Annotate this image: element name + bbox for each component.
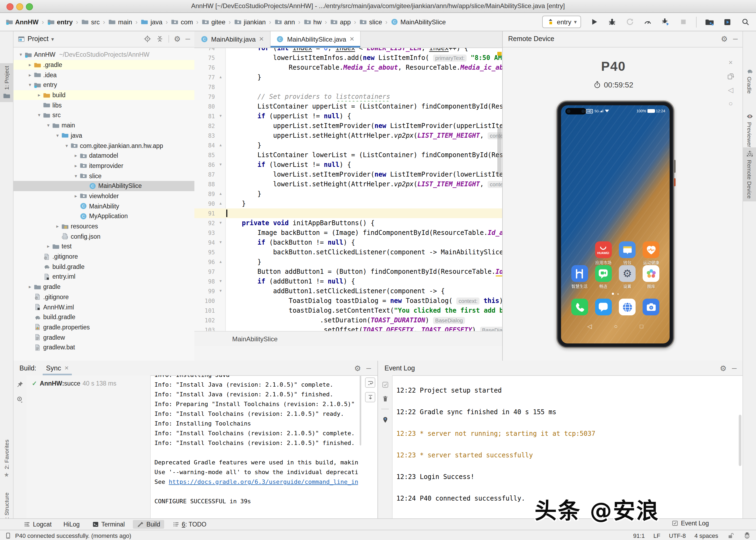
tree-item-.idea[interactable]: ▸.idea xyxy=(13,70,194,80)
breadcrumb-item-gitee[interactable]: gitee xyxy=(202,18,225,26)
app-icon-messages[interactable] xyxy=(595,299,612,315)
search-button[interactable] xyxy=(740,17,751,27)
tool-window-tab-1-project[interactable]: 1: Project xyxy=(0,63,13,102)
tool-window-tab-event-log[interactable]: Event Log xyxy=(671,519,709,527)
editor[interactable]: CMainAbility.java✕CMainAbilitySlice.java… xyxy=(194,31,503,361)
phone-nav-recent-icon[interactable]: □ xyxy=(640,323,643,330)
app-icon-phone[interactable] xyxy=(571,299,588,315)
fold-icon[interactable]: ▾ xyxy=(217,218,224,228)
expand-arrow-icon[interactable]: ▾ xyxy=(27,82,34,88)
device-back-icon[interactable]: ◁ xyxy=(728,86,733,93)
sdk-manager-button[interactable] xyxy=(704,17,715,27)
stop-button[interactable] xyxy=(678,17,689,27)
tree-item-slice[interactable]: ▾slice xyxy=(13,171,194,181)
tree-item-com.gitee.jiankian.ann.hw.app[interactable]: ▾com.gitee.jiankian.ann.hw.app xyxy=(13,140,194,150)
tree-item-build.gradle[interactable]: build.gradle xyxy=(13,262,194,272)
rotate-device-icon[interactable] xyxy=(727,72,734,80)
tree-item-gradle[interactable]: ▸gradle xyxy=(13,282,194,292)
expand-arrow-icon[interactable]: ▸ xyxy=(54,223,61,229)
locate-file-icon[interactable] xyxy=(144,35,151,43)
hide-panel-icon[interactable]: ─ xyxy=(186,36,190,42)
tree-item-libs[interactable]: libs xyxy=(13,100,194,110)
tool-window-tab-6-todo[interactable]: 6: TODO xyxy=(168,520,210,529)
tree-item-itemprovider[interactable]: ▸itemprovider xyxy=(13,161,194,171)
hide-panel-icon[interactable]: ─ xyxy=(366,365,371,371)
tree-item-resources[interactable]: ▸resources xyxy=(13,221,194,231)
build-tree-node[interactable]: ✓ AnnHW: succe 40 s 138 ms xyxy=(32,380,150,387)
gear-icon[interactable]: ⚙ xyxy=(174,35,181,43)
fold-icon[interactable]: ▴ xyxy=(217,189,224,199)
mark-read-icon[interactable] xyxy=(381,381,389,388)
tool-window-tab-2-favorites[interactable]: 2: Favorites★ xyxy=(0,437,13,482)
tree-item-config.json[interactable]: {..}config.json xyxy=(13,231,194,241)
fold-icon[interactable]: ▾ xyxy=(217,111,224,121)
app-icon-settings[interactable]: ⚙ xyxy=(619,265,636,282)
expand-arrow-icon[interactable]: ▸ xyxy=(27,62,34,68)
line-ending[interactable]: LF xyxy=(653,532,661,539)
fold-icon[interactable]: ▾ xyxy=(217,238,224,247)
tool-window-tab-logcat[interactable]: Logcat xyxy=(19,520,55,529)
debug-button[interactable] xyxy=(606,17,617,27)
tree-item-test[interactable]: ▸test xyxy=(13,241,194,251)
code-area[interactable]: 74 for (int index = 0; index < LOWER_LIS… xyxy=(194,48,502,331)
tree-item-.gradle[interactable]: ▸.gradle xyxy=(13,60,194,69)
scroll-to-event-icon[interactable] xyxy=(381,416,389,423)
editor-scrollbar[interactable] xyxy=(497,48,502,331)
tree-item-AnnHW.iml[interactable]: AnnHW.iml xyxy=(13,302,194,312)
tree-item-java[interactable]: ▾java xyxy=(13,130,194,140)
fold-icon[interactable]: ▴ xyxy=(217,257,224,267)
breadcrumb-item-main[interactable]: main xyxy=(108,18,132,26)
tree-item-.gitignore[interactable]: .gitignore xyxy=(13,292,194,302)
tree-item-gradle.properties[interactable]: gradle.properties xyxy=(13,322,194,332)
tree-item-main[interactable]: ▾main xyxy=(13,120,194,130)
expand-arrow-icon[interactable]: ▸ xyxy=(45,244,52,249)
console-scrollbar[interactable] xyxy=(360,375,361,446)
gear-icon[interactable]: ⚙ xyxy=(720,364,726,372)
tree-item-entry[interactable]: ▾entry xyxy=(13,80,194,90)
editor-tab-MainAbility.java[interactable]: CMainAbility.java✕ xyxy=(194,31,270,48)
expand-arrow-icon[interactable]: ▾ xyxy=(54,133,61,138)
build-console[interactable]: Info: Installing JavaInfo: "Install Java… xyxy=(150,375,358,518)
tree-item-gradlew[interactable]: gradlew xyxy=(13,333,194,342)
fold-icon[interactable]: ▾ xyxy=(217,160,224,170)
tool-window-tab-build[interactable]: Build xyxy=(133,520,164,529)
tree-item-entry.iml[interactable]: entry.iml xyxy=(13,272,194,282)
phone-screen[interactable]: HD 5G 100% 12:24 HUAWEI应用市场钱包运动健康 智慧生活畅连… xyxy=(561,105,670,343)
tree-item-build[interactable]: ▸build xyxy=(13,90,194,100)
tree-item-MyApplication[interactable]: CMyApplication xyxy=(13,211,194,221)
phone-nav-back-icon[interactable]: ◁ xyxy=(587,323,592,330)
fold-icon[interactable]: ▴ xyxy=(217,72,224,82)
caret-position[interactable]: 91:1 xyxy=(633,532,645,539)
app-icon-gallery[interactable] xyxy=(643,265,660,282)
device-manager-button[interactable] xyxy=(722,17,733,27)
tool-window-tab-hilog[interactable]: HiLog xyxy=(60,521,83,528)
device-home-icon[interactable]: ○ xyxy=(728,100,733,107)
inspections-icon[interactable] xyxy=(743,532,751,539)
expand-arrow-icon[interactable]: ▸ xyxy=(36,92,43,98)
hide-panel-icon[interactable]: ─ xyxy=(732,365,737,371)
app-icon-wallet[interactable] xyxy=(619,241,636,258)
gear-icon[interactable]: ⚙ xyxy=(354,364,361,372)
restart-button[interactable] xyxy=(624,17,635,27)
breadcrumb-item-ann[interactable]: ann xyxy=(274,18,295,26)
fold-icon[interactable]: ▾ xyxy=(217,276,224,286)
expand-arrow-icon[interactable]: ▸ xyxy=(27,72,34,77)
tool-window-tab-terminal[interactable]: Terminal xyxy=(88,520,129,529)
close-icon[interactable]: ✕ xyxy=(349,36,354,43)
phone-nav-home-icon[interactable]: ○ xyxy=(614,323,617,330)
tree-item-MainAbility[interactable]: CMainAbility xyxy=(13,201,194,211)
file-encoding[interactable]: UTF-8 xyxy=(669,532,686,539)
expand-arrow-icon[interactable]: ▾ xyxy=(17,52,24,58)
hide-panel-icon[interactable]: ─ xyxy=(733,36,738,42)
close-icon[interactable]: ✕ xyxy=(259,36,264,43)
breadcrumb-item-entry[interactable]: entry xyxy=(47,18,73,26)
close-icon[interactable]: ✕ xyxy=(64,365,69,371)
clear-log-icon[interactable] xyxy=(381,395,389,402)
pin-icon[interactable] xyxy=(16,381,24,388)
breadcrumb-item-slice[interactable]: slice xyxy=(359,18,382,26)
tool-window-tab-gradle[interactable]: Gradle xyxy=(743,64,756,96)
soft-wrap-button[interactable] xyxy=(365,377,375,388)
close-session-icon[interactable]: × xyxy=(728,59,732,66)
app-icon-ailife[interactable] xyxy=(571,265,588,282)
tree-item-datamodel[interactable]: ▸datamodel xyxy=(13,151,194,161)
